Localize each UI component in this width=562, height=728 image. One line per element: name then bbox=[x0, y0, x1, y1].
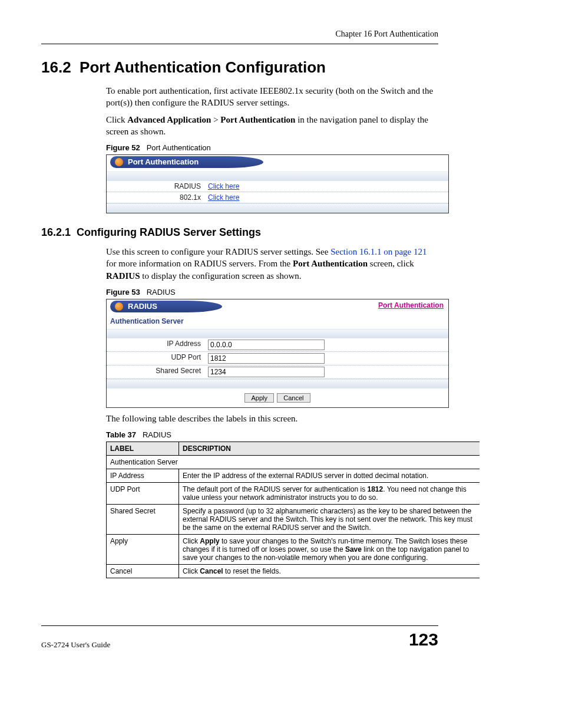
section-16-2-1-heading: 16.2.1 Configuring RADIUS Server Setting… bbox=[41, 226, 438, 239]
figure-52-screenshot: Port Authentication RADIUS Click here 80… bbox=[106, 154, 449, 213]
td-label: Apply bbox=[107, 535, 179, 565]
subsection-title: Configuring RADIUS Server Settings bbox=[77, 226, 261, 238]
tab-title: RADIUS bbox=[128, 302, 157, 311]
text: > bbox=[211, 115, 220, 124]
row-ip-address: IP Address bbox=[107, 338, 448, 352]
tab-dot-icon bbox=[115, 158, 123, 166]
td-label: Cancel bbox=[107, 565, 179, 578]
ip-address-input[interactable] bbox=[208, 340, 325, 350]
figure-52-caption: Figure 52 Port Authentication bbox=[106, 143, 438, 152]
text: Use this screen to configure your RADIUS… bbox=[106, 247, 330, 256]
text: The default port of the RADIUS server fo… bbox=[183, 485, 368, 493]
section-number: 16.2 bbox=[41, 58, 71, 76]
gradient-row bbox=[107, 329, 448, 338]
figure-label: Figure 53 bbox=[106, 288, 140, 297]
tab-title: Port Authentication bbox=[128, 157, 199, 166]
apply-button[interactable]: Apply bbox=[244, 393, 274, 403]
table-label: Table 37 bbox=[106, 430, 136, 439]
td-span: Authentication Server bbox=[107, 456, 480, 469]
figure-label: Figure 52 bbox=[106, 143, 140, 152]
td-desc: Click Apply to save your changes to the … bbox=[179, 535, 480, 565]
table-row: UDP Port The default port of the RADIUS … bbox=[107, 483, 480, 505]
header-rule bbox=[41, 44, 438, 44]
td-desc: Specify a password (up to 32 alphanumeri… bbox=[179, 505, 480, 535]
table-37-caption: Table 37 RADIUS bbox=[106, 430, 438, 439]
subsection-number: 16.2.1 bbox=[41, 226, 71, 238]
click-here-link[interactable]: Click here bbox=[208, 193, 239, 202]
authentication-server-subheader: Authentication Server bbox=[107, 316, 448, 329]
click-here-link[interactable]: Click here bbox=[208, 182, 239, 190]
row-udp-port: UDP Port bbox=[107, 352, 448, 365]
bold-text: Cancel bbox=[200, 567, 223, 575]
text: to reset the fields. bbox=[223, 567, 281, 575]
tab-bar: RADIUS Port Authentication bbox=[107, 299, 448, 314]
sec162-p2: Click Advanced Application > Port Authen… bbox=[106, 114, 438, 138]
row-label: Shared Secret bbox=[107, 367, 208, 377]
button-row: Apply Cancel bbox=[107, 388, 448, 407]
text: to display the configuration screen as s… bbox=[140, 271, 302, 281]
bold-text: 1812 bbox=[368, 485, 384, 493]
table-intro: The following table describes the labels… bbox=[106, 413, 438, 424]
figure-title: RADIUS bbox=[147, 288, 176, 297]
page-number: 123 bbox=[409, 630, 438, 650]
figure-title: Port Authentication bbox=[147, 143, 211, 152]
table-title: RADIUS bbox=[143, 430, 171, 439]
td-desc: Click Cancel to reset the fields. bbox=[179, 565, 480, 578]
row-label: 802.1x bbox=[107, 193, 208, 202]
tab-shape: RADIUS bbox=[110, 301, 222, 312]
text: for more information on RADIUS servers. … bbox=[106, 259, 293, 268]
text: Click bbox=[106, 115, 127, 124]
sec1621-p1: Use this screen to configure your RADIUS… bbox=[106, 246, 438, 282]
cancel-button[interactable]: Cancel bbox=[277, 393, 310, 403]
th-label: LABEL bbox=[107, 442, 179, 456]
page-footer: GS-2724 User's Guide 123 bbox=[41, 625, 438, 650]
row-radius: RADIUS Click here bbox=[107, 181, 448, 192]
bold-text: Advanced Application bbox=[127, 115, 211, 124]
udp-port-input[interactable] bbox=[208, 353, 325, 364]
section-16-2-heading: 16.2 Port Authentication Configuration bbox=[41, 58, 438, 77]
bold-text: RADIUS bbox=[106, 271, 140, 281]
gradient-row bbox=[107, 172, 448, 181]
text: screen, click bbox=[368, 259, 414, 268]
row-label: IP Address bbox=[107, 340, 208, 350]
section-title: Port Authentication Configuration bbox=[80, 58, 326, 76]
row-shared-secret: Shared Secret bbox=[107, 365, 448, 379]
td-label: Shared Secret bbox=[107, 505, 179, 535]
table-row: Apply Click Apply to save your changes t… bbox=[107, 535, 480, 565]
row-8021x: 802.1x Click here bbox=[107, 192, 448, 203]
bold-text: Save bbox=[345, 545, 362, 554]
xref-link[interactable]: Section 16.1.1 on page 121 bbox=[330, 247, 427, 256]
figure-53-caption: Figure 53 RADIUS bbox=[106, 288, 438, 297]
row-label: UDP Port bbox=[107, 353, 208, 364]
port-authentication-link[interactable]: Port Authentication bbox=[378, 301, 444, 309]
figure-53-screenshot: RADIUS Port Authentication Authenticatio… bbox=[106, 299, 449, 408]
sec162-p1: To enable port authentication, first act… bbox=[106, 85, 438, 109]
tab-shape: Port Authentication bbox=[110, 156, 263, 168]
td-label: UDP Port bbox=[107, 483, 179, 505]
table-header-row: LABEL DESCRIPTION bbox=[107, 442, 480, 456]
td-label: IP Address bbox=[107, 469, 179, 483]
bold-text: Apply bbox=[200, 537, 219, 545]
bold-text: Port Authentication bbox=[220, 115, 295, 124]
gradient-row bbox=[107, 203, 448, 213]
table-row-span: Authentication Server bbox=[107, 456, 480, 469]
tab-bar: Port Authentication bbox=[107, 155, 448, 169]
table-row: Shared Secret Specify a password (up to … bbox=[107, 505, 480, 535]
table-37: LABEL DESCRIPTION Authentication Server … bbox=[106, 442, 480, 578]
table-row: Cancel Click Cancel to reset the fields. bbox=[107, 565, 480, 578]
text: Click bbox=[183, 567, 200, 575]
table-row: IP Address Enter the IP address of the e… bbox=[107, 469, 480, 483]
td-desc: Enter the IP address of the external RAD… bbox=[179, 469, 480, 483]
shared-secret-input[interactable] bbox=[208, 367, 325, 377]
row-label: RADIUS bbox=[107, 182, 208, 190]
td-desc: The default port of the RADIUS server fo… bbox=[179, 483, 480, 505]
gradient-row bbox=[107, 379, 448, 388]
th-description: DESCRIPTION bbox=[179, 442, 480, 456]
guide-name: GS-2724 User's Guide bbox=[41, 640, 110, 650]
chapter-header: Chapter 16 Port Authentication bbox=[41, 29, 438, 39]
tab-dot-icon bbox=[115, 302, 123, 311]
text: Click bbox=[183, 537, 200, 545]
bold-text: Port Authentication bbox=[293, 259, 368, 268]
